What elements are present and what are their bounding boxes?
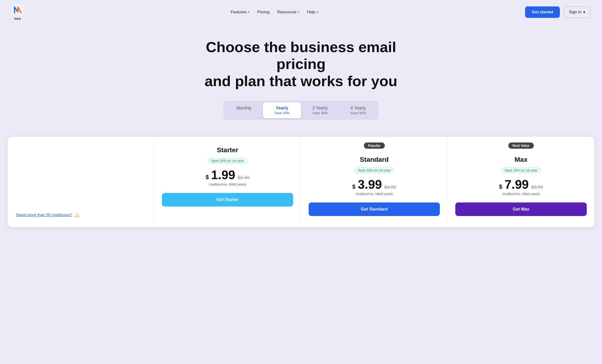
- pricing-cards: Need more than 50 mailboxes? ✨ Starter S…: [8, 137, 594, 227]
- starter-original-price: $2.49: [238, 175, 249, 180]
- resources-chevron-icon: ▾: [298, 10, 299, 14]
- starter-save-badge: Save 20% on 1st year: [208, 158, 247, 164]
- max-original-price: $9.99: [531, 184, 543, 190]
- starter-price-period: /mailbox/mo, billed yearly: [209, 182, 246, 186]
- sign-in-button[interactable]: Sign in ▾: [564, 6, 591, 18]
- popular-badge: Popular: [364, 143, 385, 149]
- starter-price: 1.99: [211, 169, 235, 181]
- help-chevron-icon: ▾: [317, 10, 318, 14]
- billing-toggle: Monthly Yearly Save 20% 2 Yearly Save 40…: [223, 101, 379, 120]
- hero-title: Choose the business email pricing and pl…: [194, 39, 408, 89]
- sign-in-chevron-icon: ▾: [583, 10, 585, 15]
- nav-pricing[interactable]: Pricing: [257, 10, 269, 14]
- need-more-link[interactable]: Need more than 50 mailboxes? ✨: [16, 213, 146, 218]
- plan-card-starter: Starter Save 20% on 1st year $ 1.99 $2.4…: [154, 137, 301, 227]
- max-price-row: $ 7.99 $9.99: [499, 178, 543, 191]
- toggle-yearly[interactable]: Yearly Save 20%: [263, 102, 301, 118]
- standard-original-price: $4.99: [384, 184, 396, 190]
- max-plan-name: Max: [515, 156, 527, 163]
- toggle-monthly[interactable]: Monthly: [225, 102, 263, 118]
- max-price-period: /mailbox/mo, billed yearly: [502, 192, 540, 196]
- header: neo Features ▾ Pricing Resources ▾ Help …: [0, 0, 602, 24]
- starter-plan-name: Starter: [217, 146, 238, 154]
- plan-card-max: Best Value Max Save 20% on 1st year $ 7.…: [448, 137, 594, 227]
- pricing-section: Need more than 50 mailboxes? ✨ Starter S…: [0, 129, 602, 227]
- nav-resources[interactable]: Resources ▾: [277, 10, 299, 14]
- standard-dollar-sign: $: [352, 183, 355, 190]
- main-nav: Features ▾ Pricing Resources ▾ Help ▾: [231, 10, 318, 14]
- standard-plan-name: Standard: [360, 156, 389, 163]
- features-chevron-icon: ▾: [248, 10, 249, 14]
- best-value-badge: Best Value: [508, 143, 534, 149]
- get-started-button[interactable]: Get started: [525, 6, 560, 18]
- sparkle-icon: ✨: [74, 213, 79, 218]
- standard-save-badge: Save 20% on 1st year: [354, 167, 394, 173]
- nav-features[interactable]: Features ▾: [231, 10, 249, 14]
- standard-price-period: /mailbox/mo, billed yearly: [355, 192, 393, 196]
- standard-price-row: $ 3.99 $4.99: [352, 178, 396, 191]
- toggle-2yearly[interactable]: 2 Yearly Save 40%: [301, 102, 339, 118]
- plan-card-standard: Popular Standard Save 20% on 1st year $ …: [301, 137, 448, 227]
- get-standard-button[interactable]: Get Standard: [309, 202, 440, 216]
- get-max-button[interactable]: Get Max: [455, 202, 587, 216]
- standard-price: 3.99: [358, 178, 382, 191]
- get-starter-button[interactable]: Get Starter: [162, 193, 293, 207]
- hero-section: Choose the business email pricing and pl…: [0, 24, 602, 129]
- header-actions: Get started Sign in ▾: [525, 6, 591, 18]
- logo[interactable]: neo: [11, 4, 24, 21]
- starter-price-row: $ 1.99 $2.49: [205, 169, 249, 181]
- max-dollar-sign: $: [499, 183, 502, 190]
- nav-help[interactable]: Help ▾: [307, 10, 318, 14]
- max-price: 7.99: [505, 178, 529, 191]
- left-info-column: Need more than 50 mailboxes? ✨: [8, 137, 154, 227]
- logo-label: neo: [14, 17, 21, 21]
- max-save-badge: Save 20% on 1st year: [501, 167, 541, 173]
- starter-dollar-sign: $: [205, 174, 209, 181]
- toggle-4yearly[interactable]: 4 Yearly Save 50%: [339, 102, 377, 118]
